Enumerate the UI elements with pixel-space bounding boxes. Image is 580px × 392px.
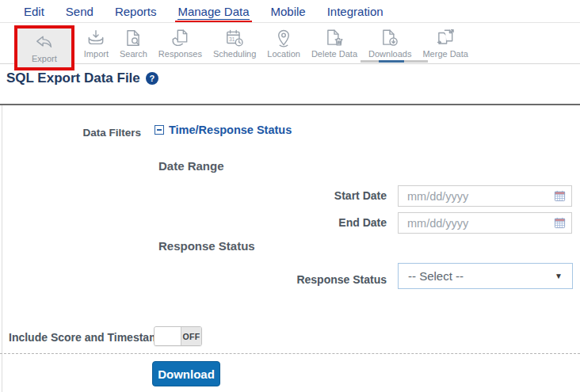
search-icon bbox=[123, 27, 143, 48]
manage-data-toolbar: Export Import Search Responses 31 Sche bbox=[0, 22, 580, 64]
calendar-icon[interactable] bbox=[554, 217, 566, 232]
toggle-knob bbox=[155, 327, 181, 345]
toolbar-item-scheduling[interactable]: 31 Scheduling bbox=[208, 25, 261, 60]
toolbar-scrollbar-thumb[interactable] bbox=[379, 60, 404, 63]
response-status-selected-value: -- Select -- bbox=[408, 269, 555, 283]
include-score-label: Include Score and Timestamp bbox=[9, 331, 166, 344]
nav-item-edit[interactable]: Edit bbox=[24, 5, 44, 18]
data-filters-label: Data Filters bbox=[2, 127, 141, 139]
start-date-input[interactable] bbox=[399, 186, 571, 206]
start-date-label: Start Date bbox=[240, 189, 387, 202]
page-title: SQL Export Data File bbox=[6, 70, 140, 86]
toolbar-item-label: Scheduling bbox=[213, 49, 256, 59]
filter-group-label: Time/Response Status bbox=[169, 124, 292, 136]
response-status-label: Response Status bbox=[240, 273, 387, 286]
location-icon bbox=[273, 27, 294, 48]
response-status-select[interactable]: -- Select -- ▼ bbox=[398, 263, 573, 289]
include-score-toggle[interactable]: OFF bbox=[154, 326, 202, 346]
nav-item-manage-data[interactable]: Manage Data bbox=[177, 5, 249, 18]
toolbar-item-label: Import bbox=[84, 49, 109, 59]
chevron-down-icon: ▼ bbox=[555, 272, 563, 280]
toolbar-item-label: Search bbox=[120, 49, 147, 59]
toolbar-item-downloads[interactable]: Downloads bbox=[363, 25, 417, 60]
downloads-icon bbox=[380, 27, 400, 48]
nav-item-send[interactable]: Send bbox=[66, 5, 93, 18]
toolbar-item-responses[interactable]: Responses bbox=[153, 25, 208, 60]
toolbar-item-label: Location bbox=[267, 49, 300, 59]
toolbar-item-import[interactable]: Import bbox=[78, 25, 114, 60]
calendar-icon[interactable] bbox=[554, 190, 566, 205]
toolbar-item-delete-data[interactable]: Delete Data bbox=[306, 25, 363, 60]
toolbar-scrollbar[interactable] bbox=[361, 60, 428, 63]
annotation-red-box: Export bbox=[14, 25, 74, 70]
delete-data-icon bbox=[324, 27, 345, 48]
end-date-field bbox=[398, 212, 572, 234]
form-footer-divider bbox=[0, 353, 580, 354]
nav-item-reports[interactable]: Reports bbox=[115, 5, 157, 18]
filter-group-toggle[interactable]: Time/Response Status bbox=[155, 124, 292, 136]
response-status-heading: Response Status bbox=[158, 239, 255, 253]
collapse-minus-icon[interactable] bbox=[155, 125, 164, 135]
toolbar-item-label: Export bbox=[32, 54, 57, 63]
toolbar-item-label: Delete Data bbox=[311, 49, 357, 59]
export-form: Data Filters Time/Response Status Date R… bbox=[2, 105, 580, 392]
import-icon bbox=[86, 27, 106, 48]
toolbar-item-label: Responses bbox=[158, 49, 202, 59]
toolbar-item-search[interactable]: Search bbox=[114, 25, 153, 60]
toolbar-item-label: Merge Data bbox=[422, 49, 467, 59]
toolbar-item-merge-data[interactable]: Merge Data bbox=[417, 25, 473, 60]
start-date-field bbox=[398, 185, 572, 207]
sql-export-page: Edit Send Reports Manage Data Mobile Int… bbox=[0, 0, 580, 392]
date-range-heading: Date Range bbox=[158, 159, 224, 173]
page-title-row: SQL Export Data File ? bbox=[6, 70, 158, 86]
toolbar-item-export[interactable]: Export bbox=[26, 30, 63, 65]
responses-icon bbox=[170, 27, 190, 48]
toolbar-item-location[interactable]: Location bbox=[261, 25, 306, 60]
nav-item-mobile[interactable]: Mobile bbox=[271, 5, 306, 18]
nav-item-label: Manage Data bbox=[177, 5, 249, 20]
nav-item-integration[interactable]: Integration bbox=[327, 5, 383, 18]
end-date-label: End Date bbox=[240, 216, 387, 229]
download-button[interactable]: Download bbox=[152, 361, 220, 386]
toggle-state-label: OFF bbox=[181, 327, 201, 345]
scheduling-icon: 31 bbox=[224, 27, 245, 48]
toolbar-item-label: Downloads bbox=[368, 49, 411, 59]
end-date-input[interactable] bbox=[399, 213, 571, 233]
svg-text:31: 31 bbox=[229, 36, 235, 41]
merge-data-icon bbox=[435, 27, 456, 48]
help-icon[interactable]: ? bbox=[146, 72, 158, 85]
top-nav: Edit Send Reports Manage Data Mobile Int… bbox=[0, 0, 580, 22]
export-icon bbox=[34, 32, 55, 53]
